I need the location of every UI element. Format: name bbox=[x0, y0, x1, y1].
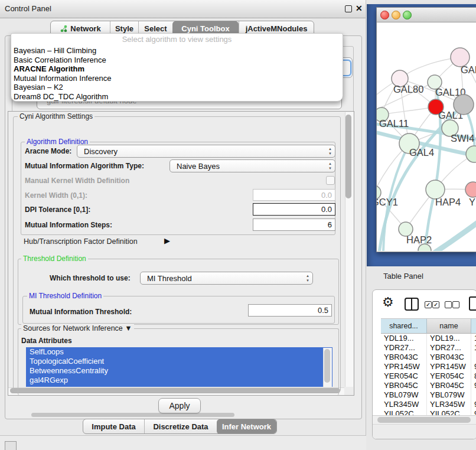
which-threshold-combo[interactable]: MI Threshold ▲▼ bbox=[140, 272, 313, 285]
table-panel-title: Table Panel bbox=[383, 272, 423, 281]
which-threshold-label: Which threshold to use: bbox=[50, 274, 131, 282]
table-row[interactable]: YBR045CYBR045C9. bbox=[381, 381, 476, 390]
algorithm-popup: Select algorithm to view settings Bayesi… bbox=[11, 33, 343, 102]
algorithm-item[interactable]: ARACNE Algorithm bbox=[11, 64, 343, 74]
zoom-traffic-light[interactable] bbox=[403, 11, 412, 19]
table-row[interactable]: YDR27...YDR27...12 bbox=[381, 343, 476, 353]
table-row[interactable]: YER054CYER054C8. bbox=[381, 371, 476, 381]
algorithm-item[interactable]: Basic Correlation Inference bbox=[11, 56, 343, 65]
dpi-tolerance-field[interactable]: 0.0 bbox=[253, 203, 335, 216]
table-scrollbar-thumb[interactable] bbox=[377, 417, 471, 423]
column-header[interactable]: name bbox=[427, 318, 471, 334]
column-header[interactable]: shared... bbox=[381, 318, 427, 334]
content-horizontal-scrollbar[interactable] bbox=[31, 413, 234, 417]
table-cell: 9. bbox=[471, 409, 476, 415]
mi-threshold-group-title: MI Threshold Definition bbox=[27, 292, 103, 300]
sources-group-title[interactable]: Sources for Network Inference ▼ bbox=[21, 324, 134, 332]
expand-right-icon[interactable]: ▶ bbox=[164, 236, 170, 245]
mi-threshold-field[interactable]: 0.5 bbox=[248, 304, 332, 317]
algorithm-item[interactable]: Bayesian – K2 bbox=[11, 83, 343, 92]
threshold-definition-title: Threshold Definition bbox=[21, 255, 88, 263]
document-icon[interactable] bbox=[469, 296, 476, 311]
network-window-titlebar[interactable] bbox=[377, 8, 476, 22]
tab-discretize-data[interactable]: Discretize Data bbox=[144, 419, 217, 434]
table-row[interactable]: YDL19...YDL19...13 bbox=[381, 334, 476, 343]
close-traffic-light[interactable] bbox=[380, 11, 389, 19]
table-cell: 9. bbox=[471, 362, 476, 371]
table-cell: 12 bbox=[471, 343, 476, 353]
gear-icon[interactable]: ⚙ bbox=[382, 295, 394, 310]
hub-definition-label[interactable]: Hub/Transcription Factor Definition bbox=[24, 237, 138, 246]
attribute-item[interactable]: TopologicalCoefficient bbox=[26, 357, 323, 366]
kernel-width-field[interactable]: 0.0 bbox=[253, 189, 335, 201]
deselect-all-icon[interactable] bbox=[445, 301, 452, 308]
node-label: HAP2 bbox=[406, 234, 432, 245]
table-row[interactable]: YBL079WYBL079W bbox=[381, 390, 476, 400]
select-all-icon[interactable]: ✓ bbox=[432, 301, 439, 308]
algorithm-item[interactable]: Bayesian – Hill Climbing bbox=[11, 46, 343, 56]
vertical-scrollbar-thumb[interactable] bbox=[345, 115, 351, 198]
mi-type-combo[interactable]: Naive Bayes ▲▼ bbox=[169, 159, 335, 172]
table-cell: YBR045C bbox=[381, 381, 427, 390]
minimized-panel-button[interactable] bbox=[5, 441, 17, 450]
network-edge-highlighted bbox=[435, 222, 476, 251]
mi-steps-label: Mutual Information Steps: bbox=[25, 221, 112, 229]
table-cell: YBL079W bbox=[381, 390, 427, 400]
tab-label: Network bbox=[70, 24, 100, 33]
float-window-icon[interactable] bbox=[345, 5, 352, 12]
columns-icon[interactable] bbox=[405, 298, 419, 311]
tab-label: Infer Network bbox=[222, 422, 271, 431]
table-cell: YLR345W bbox=[381, 400, 427, 409]
table-cell: YBR045C bbox=[427, 381, 471, 390]
tab-label: Style bbox=[115, 24, 133, 33]
attribute-item[interactable]: BetweennessCentrality bbox=[26, 366, 323, 376]
attribute-item[interactable]: gal4RGexp bbox=[26, 376, 323, 385]
close-icon[interactable]: ✕ bbox=[356, 4, 363, 13]
bottom-tab-bar: Impute DataDiscretize DataInfer Network bbox=[83, 419, 277, 434]
algorithm-item[interactable]: Dream8 DC_TDC Algorithm bbox=[11, 92, 343, 102]
network-node-y[interactable] bbox=[465, 182, 476, 197]
collapse-down-icon[interactable]: ▼ bbox=[125, 324, 132, 332]
attribute-item[interactable]: SelfLoops bbox=[26, 347, 323, 357]
column-header[interactable]: A bbox=[471, 318, 476, 334]
which-threshold-value: MI Threshold bbox=[147, 274, 192, 283]
apply-button[interactable]: Apply bbox=[158, 398, 201, 413]
minimize-traffic-light[interactable] bbox=[392, 11, 400, 19]
table-row[interactable]: YIL052CYIL052C9. bbox=[381, 409, 476, 415]
node-label: GAL bbox=[461, 64, 476, 75]
table-row[interactable]: YBR043CYBR043C bbox=[381, 353, 476, 362]
screen: { "app": {"title": "Control Panel"}, "ic… bbox=[0, 0, 476, 450]
select-all-icon[interactable]: ✓ bbox=[425, 301, 432, 308]
algorithm-popup-prompt: Select algorithm to view settings bbox=[11, 34, 343, 46]
deselect-all-icon[interactable] bbox=[452, 301, 459, 308]
table-header: shared...nameA bbox=[381, 318, 476, 334]
tab-infer-network[interactable]: Infer Network bbox=[217, 419, 276, 434]
combo-arrows-icon: ▲▼ bbox=[328, 161, 332, 171]
table-footer bbox=[373, 424, 476, 439]
table-row[interactable]: YLR345WYLR345W9. bbox=[381, 400, 476, 409]
table-body: YDL19...YDL19...13YDR27...YDR27...12YBR0… bbox=[381, 334, 476, 415]
algorithm-item[interactable]: Mutual Information Inference bbox=[11, 74, 343, 83]
table-cell: YDL19... bbox=[427, 334, 471, 343]
list-scrollbar-thumb[interactable] bbox=[324, 349, 330, 383]
network-node[interactable] bbox=[454, 94, 474, 115]
manual-kernel-checkbox[interactable] bbox=[326, 176, 335, 185]
mi-threshold-label: Mutual Information Threshold: bbox=[30, 308, 132, 316]
data-attributes-list[interactable]: SelfLoopsTopologicalCoefficientBetweenne… bbox=[26, 347, 332, 387]
table-cell bbox=[471, 353, 476, 362]
tab-impute-data[interactable]: Impute Data bbox=[83, 419, 144, 434]
mi-type-value: Naive Bayes bbox=[177, 162, 220, 171]
table-cell: YIL052C bbox=[381, 409, 427, 415]
table-cell: YDL19... bbox=[381, 334, 427, 343]
node-label: GAL11 bbox=[379, 118, 409, 129]
mi-steps-field[interactable]: 6 bbox=[253, 219, 335, 231]
network-node[interactable] bbox=[466, 146, 476, 162]
table-row[interactable]: YPR145WYPR145W9. bbox=[381, 362, 476, 371]
network-icon bbox=[60, 25, 67, 32]
network-canvas[interactable]: GALGAL80GAL10GAL1GAL11SWI4GAL4GCY1HAP4YH… bbox=[377, 21, 476, 251]
mi-type-label: Mutual Information Algorithm Type: bbox=[25, 162, 144, 170]
aracne-mode-label: Aracne Mode: bbox=[25, 147, 71, 155]
table-cell: YLR345W bbox=[427, 400, 471, 409]
node-label: GAL4 bbox=[409, 147, 434, 158]
aracne-mode-combo[interactable]: Discovery ▲▼ bbox=[77, 145, 335, 158]
